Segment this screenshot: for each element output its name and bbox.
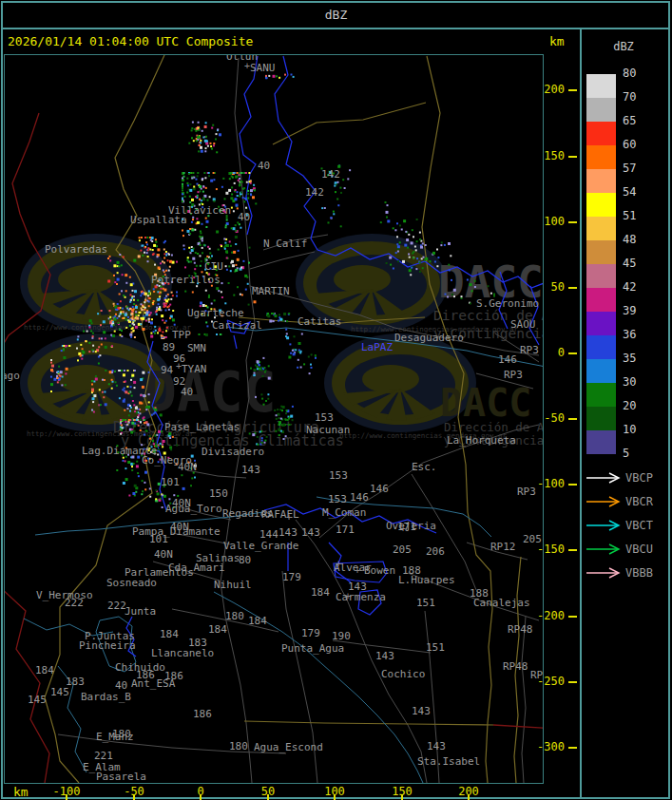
right-axis-label: 50: [532, 280, 565, 294]
scale-value-label: 65: [623, 114, 661, 127]
right-axis-label: -50: [532, 411, 565, 425]
map-label: 184: [248, 615, 267, 627]
map-label: 145: [50, 686, 69, 698]
right-axis-tick: [568, 549, 577, 551]
map-label: 222: [65, 597, 84, 609]
right-axis-label: -250: [532, 675, 565, 688]
map-label: Junta: [125, 605, 156, 618]
map-label: 40: [258, 160, 270, 172]
right-axis-label: 0: [532, 346, 565, 359]
legend-item-label: VBCU: [625, 543, 653, 556]
scale-color-box: [586, 217, 616, 240]
map-label: SAOU: [510, 318, 536, 331]
map-label: ago: [5, 370, 20, 382]
scale-value-label: 54: [623, 185, 661, 199]
map-label: Sta.Isabel: [417, 755, 480, 768]
map-label: 183: [188, 637, 207, 649]
map-label: Nacunan: [306, 424, 350, 436]
right-axis-label: -200: [532, 609, 565, 622]
map-label: Potrerillos: [151, 274, 221, 286]
timestamp-label: 2026/01/14 01:04:00 UTC Composite: [8, 34, 253, 48]
scale-color-box: [586, 430, 616, 454]
map-label: M_Coman: [322, 506, 366, 519]
map-label: 153: [329, 469, 348, 482]
map-label: RP3: [504, 369, 523, 381]
map-label: 186: [193, 708, 212, 720]
scale-value-label: 57: [623, 162, 661, 175]
map-label: 179: [301, 627, 320, 639]
legend-item-label: VBCP: [625, 471, 653, 485]
map-label: 40: [181, 386, 193, 398]
map-label: 184: [35, 664, 54, 676]
right-axis-tick: [568, 484, 577, 486]
map-label: Pincheira: [79, 639, 136, 652]
map-label: Cochico: [381, 668, 425, 680]
map-label: Catitas: [298, 315, 341, 328]
map-label: 40: [115, 679, 127, 692]
map-label: 184: [160, 628, 179, 640]
bottom-axis-tick: [401, 794, 403, 800]
scale-value-label: 80: [623, 67, 661, 80]
scale-value-label: 45: [623, 257, 661, 270]
right-axis-tick: [568, 156, 577, 158]
map-label: 222: [107, 600, 126, 612]
scale-value-label: 35: [623, 352, 661, 365]
scale-value-label: 70: [623, 90, 661, 104]
country-border-line: [493, 725, 543, 734]
legend-item: VBCT: [586, 519, 653, 532]
station-cross-marker: +: [400, 524, 406, 534]
legend-item: VBCU: [586, 543, 653, 556]
country-border-line: [5, 588, 49, 783]
map-label: Sosneado: [106, 577, 157, 589]
map-label: 143: [278, 526, 298, 539]
map-label: 40N: [178, 461, 197, 473]
scale-color-box: [586, 240, 616, 264]
map-label: 40: [238, 211, 250, 223]
scale-color-box: [586, 335, 616, 359]
map-label-blue: LaPAZ: [361, 341, 393, 353]
bottom-axis-unit: km: [13, 785, 29, 799]
map-label: Pase_Lanetas: [164, 421, 240, 433]
map-label: 151: [426, 641, 445, 654]
scale-color-box: [586, 74, 616, 98]
map-label: Agua_Toro: [165, 503, 222, 515]
right-axis-tick: [568, 352, 577, 354]
scale-color-box: [586, 264, 616, 288]
map-label: SANU: [250, 62, 276, 74]
right-axis-label: 100: [532, 215, 565, 228]
map-label: 179: [282, 571, 301, 583]
right-axis-tick: [568, 747, 577, 749]
station-cross-marker: +: [244, 61, 250, 71]
map-label: Ugarteche: [187, 307, 244, 319]
right-axis-tick: [568, 418, 577, 420]
scale-value-label: 36: [623, 328, 661, 341]
map-label: 143: [301, 526, 320, 539]
province-border-line: [273, 103, 426, 144]
scale-title: dBZ: [582, 40, 665, 53]
station-cross-marker: +: [176, 361, 182, 371]
map-label: 143: [375, 650, 394, 662]
map-label: Bowen: [364, 564, 395, 577]
radar-app-window: dBZ 2026/01/14 01:04:00 UTC Composite km…: [0, 0, 672, 800]
right-axis-tick: [568, 287, 577, 289]
map-label: 143: [412, 705, 431, 717]
map-label: 180: [229, 740, 248, 752]
map-label: 145: [28, 694, 47, 706]
map-label: Valle_Grande: [223, 540, 298, 552]
map-label: TPP: [172, 329, 191, 341]
map-label: RP48: [508, 623, 533, 636]
map-label: 184: [208, 623, 227, 636]
legend-item-label: VBCR: [625, 495, 654, 508]
map-label: 171: [336, 524, 355, 536]
province-border-line: [244, 721, 493, 725]
station-cross-marker: +: [345, 591, 351, 601]
window-title: dBZ: [325, 8, 347, 22]
scale-value-label: 51: [623, 209, 661, 222]
right-axis-label: -100: [532, 477, 565, 490]
map-label: 153: [328, 493, 347, 505]
scale-color-box: [586, 288, 616, 312]
road-line: [522, 617, 526, 783]
river-secondary-line: [214, 592, 423, 783]
right-axis-label: -150: [532, 543, 565, 556]
titlebar: dBZ: [2, 3, 670, 26]
